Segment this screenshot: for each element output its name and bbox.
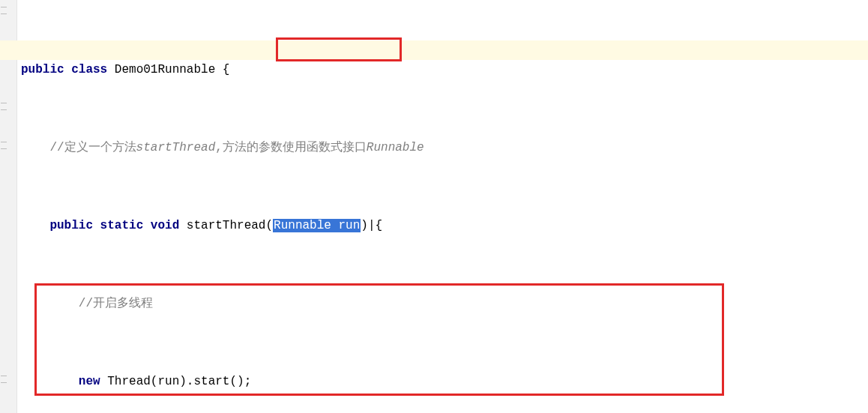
code-line-highlighted: public static void startThread(Runnable … bbox=[21, 216, 868, 235]
fold-mark bbox=[1, 103, 7, 110]
indent bbox=[21, 375, 79, 388]
comment-emph: Runnable bbox=[367, 141, 424, 154]
keyword: new bbox=[79, 375, 107, 388]
editor-gutter bbox=[0, 0, 17, 413]
indent bbox=[21, 297, 79, 310]
paren: ) bbox=[361, 219, 368, 232]
code-text: Thread(run).start(); bbox=[107, 375, 251, 388]
method-name: startThread bbox=[187, 219, 266, 232]
code-line: new Thread(run).start(); bbox=[21, 372, 868, 391]
code-comment: //开启多线程 bbox=[21, 294, 868, 313]
code-comment: //定义一个方法startThread,方法的参数使用函数式接口Runnable bbox=[21, 138, 868, 157]
caret-icon: | bbox=[368, 216, 376, 235]
comment-text: //开启多线程 bbox=[79, 297, 153, 310]
fold-mark bbox=[1, 142, 7, 149]
paren: ( bbox=[265, 219, 273, 232]
code-editor: public class Demo01Runnable { //定义一个方法st… bbox=[0, 0, 868, 413]
code-line: public class Demo01Runnable { bbox=[21, 60, 868, 79]
comment-text: //定义一个方法 bbox=[49, 141, 136, 154]
code-area[interactable]: public class Demo01Runnable { //定义一个方法st… bbox=[16, 0, 868, 413]
keyword: public static void bbox=[49, 219, 186, 232]
comment-emph: startThread bbox=[136, 141, 216, 154]
fold-mark bbox=[1, 7, 7, 14]
comment-text: ,方法的参数使用函数式接口 bbox=[215, 141, 367, 154]
brace: { bbox=[376, 219, 383, 232]
indent bbox=[21, 141, 49, 154]
code-text: Demo01Runnable { bbox=[115, 63, 230, 76]
keyword: public class bbox=[21, 63, 115, 76]
selected-text[interactable]: Runnable run bbox=[273, 219, 361, 232]
fold-mark bbox=[1, 376, 7, 383]
indent bbox=[21, 219, 49, 232]
